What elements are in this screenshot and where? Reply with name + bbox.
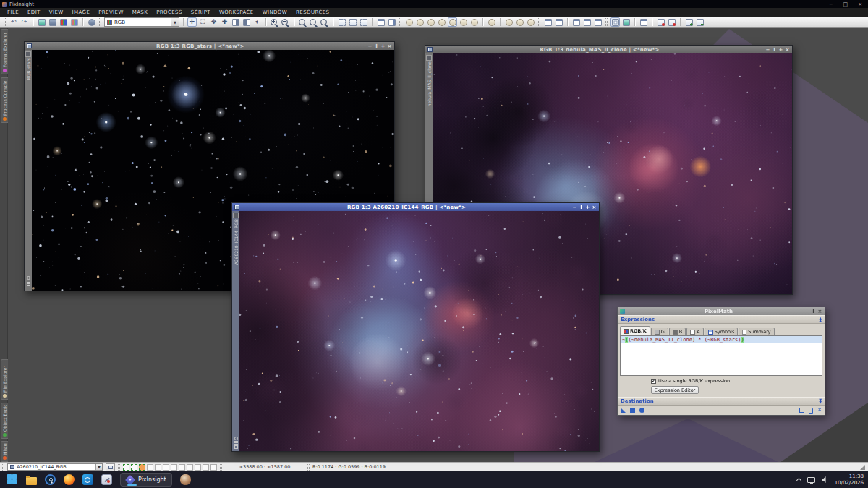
expression-editor-button[interactable]: Expression Editor [651, 386, 699, 394]
window-icon[interactable] [427, 47, 433, 52]
screen-transfer-icon[interactable] [37, 17, 46, 27]
window-shade-icon[interactable] [582, 17, 592, 27]
mask-invert-icon[interactable] [415, 17, 425, 27]
single-rgbk-checkbox[interactable]: ✔ [651, 379, 656, 384]
menu-resources[interactable]: RESOURCES [292, 8, 333, 17]
screenshot-image-icon[interactable] [621, 17, 631, 27]
firefox-icon[interactable] [64, 474, 75, 485]
outlook-icon[interactable] [82, 474, 93, 485]
dropdown-arrow-icon[interactable]: ▼ [171, 18, 179, 26]
mask-edit-icon[interactable] [437, 17, 446, 27]
tab-symbols[interactable]: Symbols [705, 328, 739, 335]
tab-summary[interactable]: Summary [739, 328, 774, 335]
window-titlebar[interactable]: RGB 1:3 nebula_MAS_II_clone | <*new*> − … [425, 46, 792, 53]
screenshot-window-icon[interactable] [610, 17, 620, 27]
image-window-ic144[interactable]: RGB 1:3 A260210_IC144_RGB | <*new*> − I … [231, 202, 600, 452]
rgb-channels-icon[interactable] [59, 17, 68, 27]
window-save-icon[interactable] [639, 17, 648, 27]
undo-icon[interactable]: ↶ [9, 17, 18, 27]
preview-delete-icon[interactable] [526, 17, 535, 27]
gimp-icon[interactable] [180, 474, 191, 485]
tab-g[interactable]: G [651, 328, 668, 335]
workspace-2[interactable] [131, 464, 137, 471]
menu-script[interactable]: SCRIPT [187, 8, 215, 17]
password-manager-icon[interactable] [45, 474, 56, 485]
channel-split-icon[interactable] [69, 17, 79, 27]
display-tray-icon[interactable] [807, 477, 815, 483]
dock-tab-file-explorer[interactable]: File Explorer [1, 359, 8, 400]
zoom-in-icon[interactable] [270, 17, 279, 27]
window-iconize-icon[interactable] [593, 17, 603, 27]
apply-icon[interactable] [630, 408, 635, 413]
resize-grip-icon[interactable] [860, 465, 865, 470]
close-button[interactable]: × [386, 43, 393, 49]
destination-section-header[interactable]: Destination ▼ [618, 397, 825, 406]
browse-documentation-icon[interactable] [799, 408, 804, 413]
window-titlebar[interactable]: RGB 1:3 RGB_stars | <*new*> − I + × [25, 42, 394, 50]
workspace-11[interactable] [203, 464, 209, 471]
dock-tab-format-explorer[interactable]: Format Explorer [1, 29, 8, 74]
shade-button[interactable]: I [373, 43, 380, 49]
menu-edit[interactable]: EDIT [23, 8, 45, 17]
start-button[interactable] [7, 474, 18, 485]
workspace-3-current[interactable] [139, 464, 145, 471]
clock[interactable]: 11:38 10/02/2026 [835, 474, 864, 487]
statusbar-grip[interactable] [2, 464, 4, 471]
side-strip-tools[interactable] [234, 437, 238, 449]
statusbar-grip[interactable] [220, 464, 222, 471]
speaker-icon[interactable] [822, 476, 828, 483]
window-side-strip[interactable]: A260210_IC144_RGB [232, 211, 239, 451]
preview-mode-icon[interactable] [487, 17, 496, 27]
dropdown-arrow-icon[interactable]: ▼ [95, 464, 102, 470]
toolbar-grip[interactable] [538, 18, 540, 26]
menu-process[interactable]: PROCESS [152, 8, 187, 17]
workspace-9[interactable] [187, 464, 193, 471]
zoom-out-icon[interactable] [281, 17, 290, 27]
close-button[interactable]: × [591, 205, 597, 210]
cursor-select-icon[interactable]: ➤ [250, 15, 263, 28]
close-button[interactable]: × [784, 47, 791, 53]
tab-b[interactable]: B [669, 328, 686, 335]
zoom-button[interactable]: + [380, 43, 386, 49]
process-documentation-icon[interactable] [809, 408, 813, 414]
view-copy-button[interactable] [106, 463, 115, 471]
toolbar-grip[interactable] [399, 18, 401, 26]
collapse-up-icon[interactable]: ▲ [819, 317, 822, 322]
dock-tab-history-explorer[interactable]: History Explorer [1, 441, 8, 462]
preview-edit-icon[interactable] [515, 17, 524, 27]
workspace-7[interactable] [171, 464, 177, 471]
file-explorer-taskbar-icon[interactable] [26, 477, 37, 485]
window-titlebar[interactable]: RGB 1:3 A260210_IC144_RGB | <*new*> − I … [232, 203, 599, 211]
window-side-strip[interactable]: RGB_stars [25, 50, 32, 291]
window-add-all-icon[interactable] [695, 17, 705, 27]
split-horizontal-icon[interactable] [376, 17, 386, 27]
window-close-icon[interactable] [656, 17, 665, 27]
mask-enable-icon[interactable] [404, 17, 414, 27]
workspace-5[interactable] [155, 464, 161, 471]
zoom-button[interactable]: + [778, 47, 784, 53]
snipping-tool-icon[interactable] [101, 474, 112, 485]
workspace-10[interactable] [195, 464, 201, 471]
zoom-to-fit-icon[interactable] [309, 17, 318, 27]
new-instance-icon[interactable] [621, 408, 626, 413]
expression-editor[interactable]: ~((~nebula_MAS_II_clone) * (~RGB_stars)) [620, 335, 822, 376]
window-close-all-icon[interactable] [667, 17, 676, 27]
window-tile-icon[interactable] [543, 17, 553, 27]
pan-mode-icon[interactable]: ✛ [187, 17, 197, 27]
fit-image-icon[interactable] [359, 17, 368, 27]
minimize-button[interactable]: − [765, 47, 771, 53]
expressions-section-header[interactable]: Expressions ▲ [618, 315, 825, 324]
redo-icon[interactable]: ↷ [20, 17, 29, 27]
nebula-image[interactable] [239, 211, 599, 451]
real-time-preview-icon[interactable] [639, 408, 644, 413]
menu-view[interactable]: VIEW [45, 8, 68, 17]
mask-remove-icon[interactable] [459, 17, 468, 27]
shade-button[interactable]: I [771, 47, 778, 53]
app-close-button[interactable]: × [858, 1, 862, 7]
zoom-11-icon[interactable] [298, 17, 307, 27]
zoom-fit-icon[interactable]: ⛶ [198, 17, 208, 27]
readout-right-icon[interactable] [242, 17, 251, 27]
toolbar-grip[interactable] [605, 18, 608, 26]
pixelmath-dialog[interactable]: PixelMath I × Expressions ▲ RGB/K G B A … [617, 307, 825, 416]
selection-mode-icon[interactable] [25, 51, 31, 57]
